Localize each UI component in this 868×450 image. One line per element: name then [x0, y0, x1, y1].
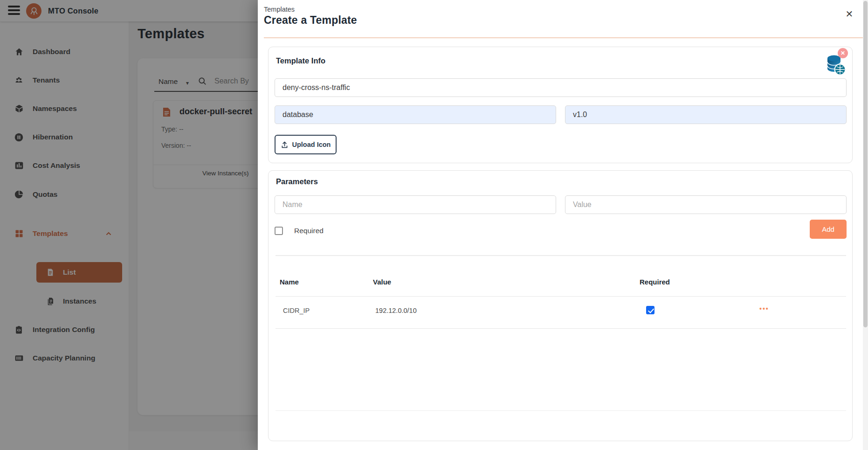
remove-uploaded-icon[interactable]: ✕: [838, 48, 848, 58]
create-template-drawer: Templates Create a Template ✕ Template I…: [258, 0, 868, 450]
upload-icon: [281, 141, 289, 149]
drawer-scrollbar-track: [863, 0, 868, 450]
table-header-required: Required: [640, 278, 670, 286]
required-label: Required: [294, 227, 324, 235]
template-name-input[interactable]: [275, 78, 847, 97]
row-menu-ellipsis-icon[interactable]: •••: [759, 305, 769, 312]
row-required-checkbox[interactable]: [646, 306, 654, 314]
breadcrumb: Templates: [264, 6, 295, 13]
template-info-section: Template Info ✕: [268, 47, 853, 163]
drawer-scrollbar-thumb[interactable]: [863, 1, 868, 327]
row-value-cell: 192.12.0.0/10: [375, 307, 417, 314]
upload-icon-button[interactable]: Upload Icon: [275, 135, 337, 154]
table-header-name: Name: [280, 278, 299, 286]
header-divider: [264, 37, 863, 38]
table-row-divider: [276, 328, 846, 329]
template-version-input[interactable]: [565, 105, 847, 124]
page: MTO Console Dashboard Tenants Namespaces: [0, 0, 868, 450]
add-parameter-button[interactable]: Add: [810, 220, 847, 239]
table-header-divider: [276, 296, 846, 297]
template-type-input[interactable]: [275, 105, 556, 124]
table-header-value: Value: [373, 278, 391, 286]
parameter-name-input[interactable]: [275, 195, 556, 214]
close-icon[interactable]: ✕: [843, 7, 856, 21]
required-checkbox[interactable]: [275, 227, 283, 235]
parameters-section: Parameters Required Add Name Value Requi…: [268, 170, 853, 441]
drawer-title: Create a Template: [264, 14, 357, 27]
template-info-heading: Template Info: [276, 56, 325, 65]
table-footer-divider: [276, 410, 846, 411]
parameter-value-input[interactable]: [565, 195, 847, 214]
section-divider: [276, 255, 846, 256]
parameters-heading: Parameters: [276, 177, 318, 186]
row-name-cell: CIDR_IP: [283, 307, 310, 314]
